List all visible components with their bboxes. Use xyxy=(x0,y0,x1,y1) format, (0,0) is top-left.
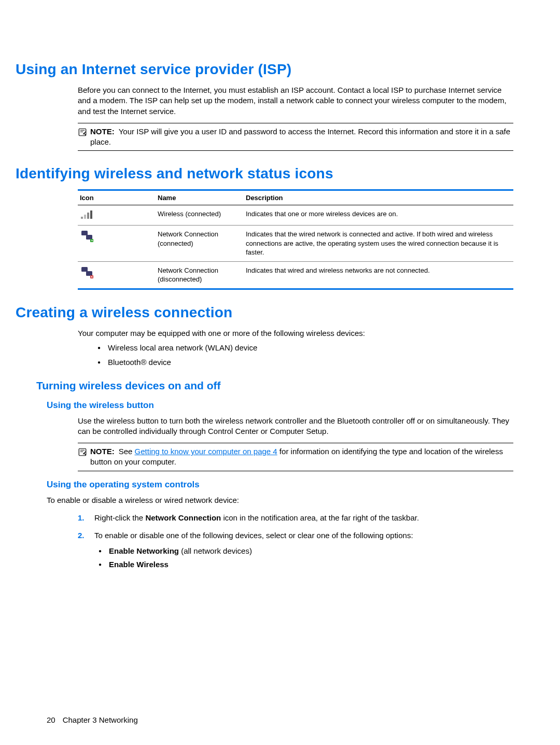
list-item: Bluetooth® device xyxy=(93,357,513,368)
paragraph: Use the wireless button to turn both the… xyxy=(78,416,513,437)
svg-rect-4 xyxy=(90,210,92,219)
page-number: 20 xyxy=(47,715,55,724)
cross-reference-link[interactable]: Getting to know your computer on page 4 xyxy=(135,447,277,456)
paragraph: Before you can connect to the Internet, … xyxy=(78,85,513,117)
note-block: NOTE:Your ISP will give you a user ID an… xyxy=(78,123,513,151)
heading-os-controls: Using the operating system controls xyxy=(47,480,513,490)
paragraph: To enable or disable a wireless or wired… xyxy=(47,495,513,505)
svg-rect-5 xyxy=(81,231,88,235)
table-cell-name: Wireless (connected) xyxy=(156,205,244,226)
wireless-icon xyxy=(78,205,156,226)
list-item: Enable Networking (all network devices) xyxy=(94,546,513,556)
svg-rect-8 xyxy=(81,267,88,272)
table-cell-desc: Indicates that one or more wireless devi… xyxy=(244,205,513,226)
heading-creating-wireless: Creating a wireless connection xyxy=(16,304,513,321)
chapter-label: Chapter 3 Networking xyxy=(63,715,138,724)
steps-list: Right-click the Network Connection icon … xyxy=(78,513,513,570)
note-icon xyxy=(78,447,87,459)
document-page: Using an Internet service provider (ISP)… xyxy=(0,0,560,745)
heading-turning-on-off: Turning wireless devices on and off xyxy=(36,379,513,392)
heading-wireless-button: Using the wireless button xyxy=(47,400,513,411)
table-cell-name: Network Connection (connected) xyxy=(156,226,244,262)
status-icons-table: Icon Name Description Wireless (connecte… xyxy=(78,189,513,290)
device-list: Wireless local area network (WLAN) devic… xyxy=(93,343,513,368)
note-icon xyxy=(78,128,87,139)
list-item: Wireless local area network (WLAN) devic… xyxy=(93,343,513,353)
svg-rect-1 xyxy=(81,217,83,219)
heading-isp: Using an Internet service provider (ISP) xyxy=(16,61,513,78)
heading-status-icons: Identifying wireless and network status … xyxy=(16,165,513,182)
table-row: Network Connection (connected) Indicates… xyxy=(78,226,513,262)
svg-rect-3 xyxy=(87,213,89,219)
note-block: NOTE:See Getting to know your computer o… xyxy=(78,443,513,471)
table-header-description: Description xyxy=(244,190,513,205)
note-text: NOTE:Your ISP will give you a user ID an… xyxy=(90,126,513,148)
network-connected-icon xyxy=(78,226,156,262)
table-cell-desc: Indicates that wired and wireless networ… xyxy=(244,261,513,289)
step-item: To enable or disable one of the followin… xyxy=(78,530,513,570)
step-item: Right-click the Network Connection icon … xyxy=(78,513,513,523)
note-text: NOTE:See Getting to know your computer o… xyxy=(90,446,513,468)
network-disconnected-icon xyxy=(78,261,156,289)
svg-rect-9 xyxy=(86,271,92,276)
page-footer: 20Chapter 3 Networking xyxy=(47,715,138,724)
list-item: Enable Wireless xyxy=(94,559,513,570)
option-list: Enable Networking (all network devices) … xyxy=(94,546,513,570)
table-row: Network Connection (disconnected) Indica… xyxy=(78,261,513,289)
paragraph: Your computer may be equipped with one o… xyxy=(78,328,513,339)
svg-rect-2 xyxy=(84,215,86,219)
table-header-icon: Icon xyxy=(78,190,156,205)
table-row: Wireless (connected) Indicates that one … xyxy=(78,205,513,226)
svg-rect-6 xyxy=(86,235,92,240)
table-cell-desc: Indicates that the wired network is conn… xyxy=(244,226,513,262)
table-header-name: Name xyxy=(156,190,244,205)
table-cell-name: Network Connection (disconnected) xyxy=(156,261,244,289)
